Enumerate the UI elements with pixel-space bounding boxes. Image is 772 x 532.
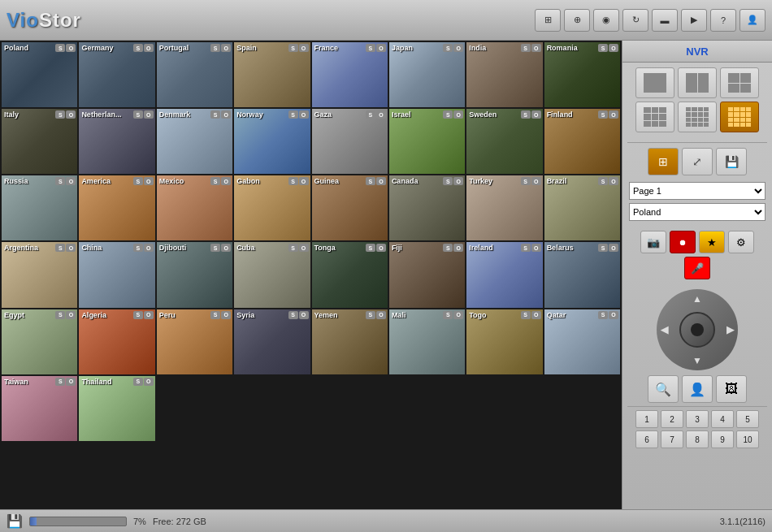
toolbar-btn-user[interactable]: 👤 [739, 9, 765, 32]
ptz-left-arrow[interactable]: ◀ [661, 324, 668, 335]
num-btn-2[interactable]: 2 [661, 410, 683, 428]
camera-cell-fiji[interactable]: FijiSO [389, 242, 465, 307]
toolbar-btn-cam[interactable]: ◉ [593, 9, 619, 32]
camera-cell-norway[interactable]: NorwaySO [234, 109, 310, 174]
camera-cell-mali[interactable]: MaliSO [389, 309, 465, 374]
camera-cell-gaza[interactable]: GazaSO [312, 109, 388, 174]
camera-cell-germany[interactable]: GermanySO [79, 42, 154, 107]
ptz-down-arrow[interactable]: ▼ [692, 355, 702, 366]
camera-cell-egypt[interactable]: EgyptSO [2, 309, 77, 374]
camera-cell-polar[interactable]: PolandSO [2, 42, 77, 107]
camera-icons-japan: SO [443, 44, 463, 52]
view-btn-save[interactable]: 💾 [716, 148, 747, 175]
camera-cell-ireland[interactable]: IrelandSO [466, 242, 542, 307]
layout-btn-4[interactable] [720, 67, 759, 98]
num-btn-6[interactable]: 6 [635, 430, 658, 448]
ctrl-record-btn[interactable]: ⏺ [670, 231, 696, 253]
camera-cell-japan[interactable]: JapanSO [389, 42, 465, 107]
layout-btn-custom[interactable] [720, 102, 759, 132]
camera-cell-cuba[interactable]: CubaSO [234, 242, 310, 307]
camera-cell-gabon[interactable]: GabonSO [234, 175, 310, 240]
person-btn[interactable]: 👤 [682, 375, 713, 403]
camera-cell-thailand[interactable]: ThailandSO [79, 376, 154, 441]
camera-cell-tonga[interactable]: TongaSO [312, 242, 388, 307]
camera-cell-brazil[interactable]: BrazilSO [544, 175, 620, 240]
num-btn-1[interactable]: 1 [635, 410, 658, 428]
layout-btn-16[interactable] [678, 102, 717, 132]
camera-label-cuba: Cuba [236, 244, 255, 252]
num-btn-3[interactable]: 3 [686, 410, 709, 428]
camera-cell-russia[interactable]: RussiaSO [2, 175, 77, 240]
camera-icons-russia: SO [55, 177, 76, 185]
app-logo: VioStor [7, 9, 81, 32]
location-dropdown[interactable]: Poland Germany France [629, 203, 765, 221]
camera-cell-portugal[interactable]: PortugalSO [157, 42, 232, 107]
layout-btn-1[interactable] [635, 67, 674, 98]
toolbar-btn-monitor[interactable]: ▬ [652, 9, 678, 32]
layout-btn-9[interactable] [635, 102, 674, 132]
toolbar-btn-help[interactable]: ? [710, 9, 736, 32]
page-dropdown[interactable]: Page 1 Page 2 Page 3 [629, 182, 765, 200]
view-btn-grid[interactable]: ⊞ [648, 148, 679, 175]
camera-cell-taiwan[interactable]: TaiwanSO [2, 376, 77, 441]
camera-icons-brazil: SO [598, 177, 618, 185]
camera-cell-israel[interactable]: IsraelSO [389, 109, 465, 174]
camera-cell-denmark[interactable]: DenmarkSO [157, 109, 232, 174]
divider-1 [627, 142, 767, 143]
ptz-up-arrow[interactable]: ▲ [692, 293, 702, 305]
camera-cell-italy[interactable]: ItalySO [2, 109, 77, 174]
photo-btn[interactable]: 🖼 [716, 375, 747, 403]
layout-btn-2[interactable] [678, 67, 717, 98]
camera-cell-china[interactable]: ChinaSO [79, 242, 154, 307]
num-btn-8[interactable]: 8 [686, 430, 709, 448]
camera-cell-canada[interactable]: CanadaSO [389, 175, 465, 240]
camera-icons-algeria: SO [133, 311, 154, 319]
num-btn-7[interactable]: 7 [661, 430, 683, 448]
ctrl-mic-btn[interactable]: 🎤 [684, 257, 710, 279]
camera-cell-romania[interactable]: RomaniaSO [544, 42, 620, 107]
num-btn-4[interactable]: 4 [711, 410, 734, 428]
num-btn-9[interactable]: 9 [711, 430, 734, 448]
toolbar-btn-refresh[interactable]: ↻ [622, 9, 648, 32]
camera-cell-argentina[interactable]: ArgentinaSO [2, 242, 77, 307]
camera-cell-guinea[interactable]: GuineaSO [312, 175, 388, 240]
camera-cell-india[interactable]: IndiaSO [466, 42, 542, 107]
camera-cell-syria[interactable]: SyriaSO [234, 309, 310, 374]
camera-cell-belarus[interactable]: BelarusSO [544, 242, 620, 307]
toolbar-btn-add[interactable]: ⊕ [564, 9, 590, 32]
camera-label-sweden: Sweden [469, 110, 497, 119]
ctrl-camera-btn[interactable]: 📷 [640, 231, 666, 253]
camera-cell-spain[interactable]: SpainSO [234, 42, 310, 107]
camera-icons-belarus: SO [598, 244, 618, 252]
camera-cell-america[interactable]: AmericaSO [79, 175, 154, 240]
ptz-center-dot[interactable] [691, 323, 704, 336]
ctrl-special-btn[interactable]: ★ [699, 231, 725, 253]
camera-cell-togo[interactable]: TogoSO [466, 309, 542, 374]
num-btn-5[interactable]: 5 [736, 410, 759, 428]
camera-cell-algeria[interactable]: AlgeriaSO [79, 309, 154, 374]
camera-cell-peru[interactable]: PeruSO [157, 309, 232, 374]
camera-icons-china: SO [133, 244, 154, 252]
camera-label-belarus: Belarus [547, 244, 574, 252]
camera-cell-qatar[interactable]: QatarSO [544, 309, 620, 374]
zoom-in-btn[interactable]: 🔍 [648, 375, 679, 403]
toolbar-btn-play[interactable]: ▶ [681, 9, 707, 32]
camera-icons-netherlands: SO [133, 110, 154, 119]
toolbar-btn-layout[interactable]: ⊞ [535, 9, 561, 32]
camera-cell-sweden[interactable]: SwedenSO [466, 109, 542, 174]
ptz-right-arrow[interactable]: ▶ [726, 324, 734, 335]
view-btn-fullscreen[interactable]: ⤢ [682, 148, 713, 175]
camera-cell-netherlands[interactable]: Netherlan...SO [79, 109, 154, 174]
camera-cell-djibouti[interactable]: DjiboutiSO [157, 242, 232, 307]
camera-cell-yemen[interactable]: YemenSO [312, 309, 388, 374]
num-btn-10[interactable]: 10 [736, 430, 759, 448]
camera-cell-turkey[interactable]: TurkeySO [466, 175, 542, 240]
ptz-control[interactable]: ▲ ▼ ◀ ▶ [657, 289, 738, 370]
camera-cell-mexico[interactable]: MexicoSO [157, 175, 232, 240]
camera-cell-france[interactable]: FranceSO [312, 42, 388, 107]
camera-label-spain: Spain [236, 44, 257, 52]
ptz-wheel[interactable]: ▲ ▼ ◀ ▶ [657, 289, 738, 370]
ctrl-settings-btn[interactable]: ⚙ [728, 231, 754, 253]
camera-icons-america: SO [133, 177, 154, 185]
camera-cell-finland[interactable]: FinlandSO [544, 109, 620, 174]
